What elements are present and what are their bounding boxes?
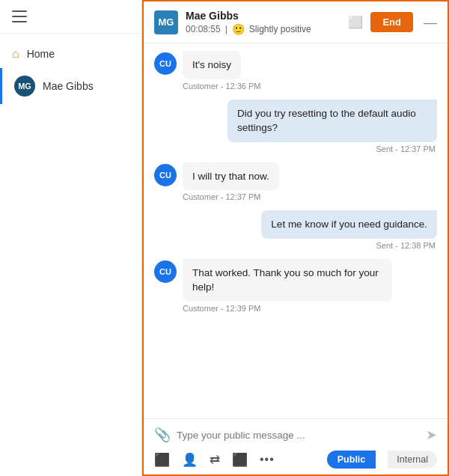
message-row: CU I will try that now. Customer - 12:37… (154, 162, 437, 202)
input-row: 📎 ➤ (154, 427, 437, 443)
message-timestamp: Sent - 12:37 PM (376, 144, 438, 153)
message-with-avatar: CU I will try that now. (154, 162, 279, 191)
sidebar-nav: ⌂ Home MG Mae Gibbs (0, 34, 141, 110)
message-bubble-received: It's noisy (183, 51, 241, 79)
attachment-icon[interactable]: 📎 (154, 427, 171, 443)
message-row: Let me know if you need guidance. Sent -… (154, 210, 437, 250)
message-row: CU It's noisy Customer - 12:36 PM (154, 51, 437, 91)
chat-duration: 00:08:55 (186, 24, 221, 34)
more-options-icon[interactable]: ••• (260, 453, 275, 466)
separator: | (225, 24, 227, 34)
message-bubble-received: That worked. Thank you so much for your … (183, 259, 392, 302)
message-timestamp: Customer - 12:36 PM (154, 82, 261, 91)
minimize-button[interactable]: — (424, 16, 437, 29)
chat-header-meta: 00:08:55 | 🙂 Slightly positive (186, 23, 348, 35)
customer-avatar: CU (154, 164, 177, 186)
chat-header-actions: ⬜ End — (348, 12, 437, 32)
monitor-icon[interactable]: ⬜ (348, 15, 363, 29)
quick-replies-icon[interactable]: ⬛ (154, 452, 170, 468)
tab-internal-button[interactable]: Internal (388, 451, 437, 469)
sidebar-header (0, 0, 141, 34)
transfer-icon[interactable]: ⇄ (210, 452, 220, 468)
sentiment-icon: 🙂 (232, 23, 245, 35)
toolbar-row: ⬛ 👤 ⇄ ⬛ ••• Public Internal (154, 449, 437, 469)
sidebar: ⌂ Home MG Mae Gibbs (0, 0, 142, 476)
contact-name: Mae Gibbs (43, 80, 94, 92)
tab-public-button[interactable]: Public (327, 451, 376, 469)
message-row: Did you try resetting to the default aud… (154, 100, 437, 153)
chat-customer-name: Mae Gibbs (186, 9, 348, 22)
customer-avatar: CU (154, 260, 177, 283)
message-input[interactable] (177, 430, 420, 441)
contact-icon[interactable]: 👤 (182, 452, 198, 468)
message-timestamp: Sent - 12:38 PM (376, 241, 438, 250)
message-with-avatar: CU That worked. Thank you so much for yo… (154, 259, 392, 302)
message-timestamp: Customer - 12:37 PM (154, 192, 261, 201)
sidebar-item-home[interactable]: ⌂ Home (0, 40, 141, 68)
chat-header: MG Mae Gibbs 00:08:55 | 🙂 Slightly posit… (144, 1, 448, 43)
chat-header-avatar: MG (154, 10, 178, 34)
messages-area: CU It's noisy Customer - 12:36 PM Did yo… (144, 43, 448, 418)
send-icon[interactable]: ➤ (426, 427, 437, 443)
message-row: CU That worked. Thank you so much for yo… (154, 259, 437, 313)
chat-panel: MG Mae Gibbs 00:08:55 | 🙂 Slightly posit… (142, 0, 449, 476)
message-with-avatar: CU It's noisy (154, 51, 241, 79)
customer-avatar: CU (154, 52, 177, 75)
hamburger-icon[interactable] (12, 10, 27, 22)
input-area: 📎 ➤ ⬛ 👤 ⇄ ⬛ ••• Public Internal (144, 418, 448, 475)
sidebar-item-contact[interactable]: MG Mae Gibbs (0, 68, 141, 104)
sentiment-text: Slightly positive (249, 24, 311, 34)
end-button[interactable]: End (370, 12, 413, 32)
home-icon: ⌂ (12, 47, 19, 61)
contact-avatar: MG (14, 76, 35, 97)
message-bubble-sent: Let me know if you need guidance. (261, 210, 437, 239)
message-bubble-sent: Did you try resetting to the default aud… (227, 100, 437, 142)
notes-icon[interactable]: ⬛ (232, 452, 248, 468)
message-timestamp: Customer - 12:39 PM (154, 304, 261, 313)
chat-header-info: Mae Gibbs 00:08:55 | 🙂 Slightly positive (186, 9, 348, 35)
sidebar-home-label: Home (27, 48, 55, 60)
message-bubble-received: I will try that now. (183, 162, 279, 191)
